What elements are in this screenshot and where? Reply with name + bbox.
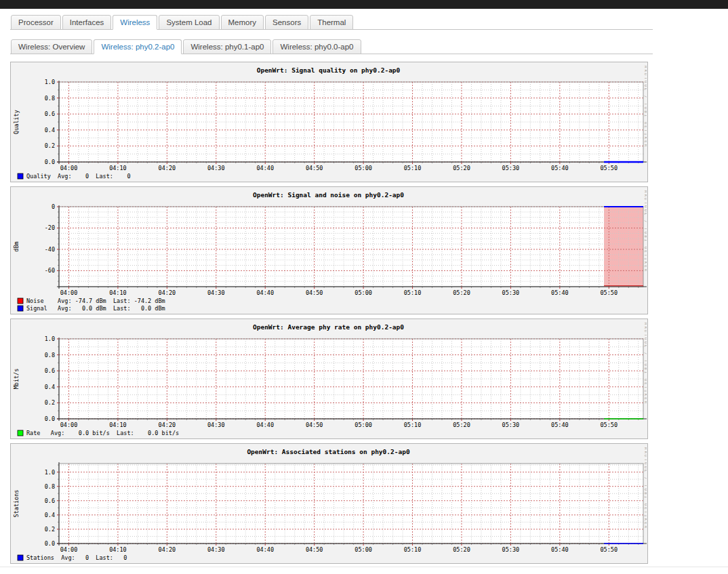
x-tick-label: 05:20 <box>453 289 470 296</box>
y-tick-label: 1.0 <box>45 469 55 476</box>
tab-thermal[interactable]: Thermal <box>310 15 353 30</box>
x-tick-label: 05:40 <box>551 546 569 553</box>
graph-panel-4: 04:0004:1004:2004:3004:4004:5005:0005:10… <box>10 443 648 564</box>
subtab-wireless-phy0-0-ap0[interactable]: Wireless: phy0.0-ap0 <box>272 39 361 54</box>
x-tick-label: 05:40 <box>551 289 569 296</box>
y-tick-label: 0.4 <box>45 384 55 390</box>
tab-system-load[interactable]: System Load <box>159 15 219 30</box>
x-tick-label: 05:10 <box>404 165 422 171</box>
legend-swatch <box>18 306 23 311</box>
legend-text: Signal Avg: 0.0 dBm Last: 0.0 dBm <box>26 305 165 312</box>
x-tick-label: 04:00 <box>60 546 78 553</box>
x-tick-label: 05:10 <box>404 546 422 553</box>
y-tick-label: 0.0 <box>45 159 55 165</box>
y-axis-label: Stations <box>13 490 20 518</box>
x-tick-label: 05:50 <box>600 165 618 171</box>
x-tick-label: 04:50 <box>306 165 323 171</box>
y-tick-label: 0.0 <box>45 415 55 422</box>
x-tick-label: 04:00 <box>60 165 78 171</box>
rrdtool-watermark: RRDTOOL / TOBI OETIKER <box>644 66 647 148</box>
tab-memory[interactable]: Memory <box>221 15 264 30</box>
x-tick-label: 05:50 <box>600 546 618 553</box>
x-tick-label: 05:20 <box>453 546 470 553</box>
footer-divider <box>0 567 728 574</box>
graph-panel-1: 04:0004:1004:2004:3004:4004:5005:0005:10… <box>10 62 648 182</box>
y-tick-label: 0.6 <box>45 110 55 117</box>
graphs-container: 04:0004:1004:2004:3004:4004:5005:0005:10… <box>10 62 653 564</box>
x-tick-label: 05:00 <box>355 422 372 428</box>
graph-panel-2: 04:0004:1004:2004:3004:4004:5005:0005:10… <box>10 186 648 314</box>
x-tick-label: 05:50 <box>600 422 618 428</box>
y-tick-label: -60 <box>45 267 55 274</box>
legend-swatch <box>18 555 23 560</box>
rrdtool-watermark: RRDTOOL / TOBI OETIKER <box>644 323 647 405</box>
rrd-graph-image-3: 04:0004:1004:2004:3004:4004:5005:0005:10… <box>12 320 647 438</box>
rrdtool-watermark: RRDTOOL / TOBI OETIKER <box>644 447 647 529</box>
y-tick-label: 0.0 <box>45 540 55 547</box>
tab-processor[interactable]: Processor <box>11 15 61 30</box>
x-tick-label: 05:00 <box>355 289 372 296</box>
y-axis-label: dBm <box>13 241 20 251</box>
rrd-graph-image-2: 04:0004:1004:2004:3004:4004:5005:0005:10… <box>12 188 647 313</box>
x-tick-label: 04:30 <box>207 422 225 428</box>
main-content: ProcessorInterfacesWirelessSystem LoadMe… <box>0 9 653 564</box>
subtab-wireless-phy0-2-ap0[interactable]: Wireless: phy0.2-ap0 <box>94 39 182 54</box>
x-tick-label: 04:50 <box>306 289 323 296</box>
x-tick-label: 05:40 <box>551 422 569 428</box>
x-tick-label: 05:50 <box>600 289 618 296</box>
rrd-graph-image-4: 04:0004:1004:2004:3004:4004:5005:0005:10… <box>12 445 647 562</box>
y-tick-label: -40 <box>45 246 55 253</box>
x-tick-label: 04:50 <box>306 546 323 553</box>
sub-tab-bar: Wireless: OverviewWireless: phy0.2-ap0Wi… <box>10 39 653 54</box>
subtab-wireless-overview[interactable]: Wireless: Overview <box>11 39 92 54</box>
tab-wireless[interactable]: Wireless <box>113 15 157 30</box>
x-tick-label: 05:00 <box>355 546 372 553</box>
x-tick-label: 04:50 <box>306 422 323 428</box>
graph-panel-3: 04:0004:1004:2004:3004:4004:5005:0005:10… <box>10 319 648 439</box>
x-tick-label: 04:10 <box>109 289 127 296</box>
x-tick-label: 05:00 <box>355 165 372 171</box>
x-tick-label: 04:10 <box>109 165 127 171</box>
y-tick-label: -20 <box>45 224 55 231</box>
x-tick-label: 05:20 <box>453 165 470 171</box>
x-tick-label: 05:30 <box>502 422 520 428</box>
y-axis-label: Quality <box>13 110 20 134</box>
x-tick-label: 05:10 <box>404 422 422 428</box>
y-tick-label: 0.2 <box>45 399 55 406</box>
y-tick-label: 0 <box>52 203 55 210</box>
y-tick-label: 0.4 <box>45 512 55 518</box>
tab-sensors[interactable]: Sensors <box>265 15 308 30</box>
x-tick-label: 05:40 <box>551 165 569 171</box>
x-tick-label: 04:10 <box>109 546 127 553</box>
x-tick-label: 04:40 <box>256 422 274 428</box>
y-tick-label: 0.8 <box>45 95 55 102</box>
tab-interfaces[interactable]: Interfaces <box>62 15 112 30</box>
y-tick-label: 0.8 <box>45 483 55 490</box>
legend-text: Quality Avg: 0 Last: 0 <box>26 173 131 180</box>
y-tick-label: 0.2 <box>45 142 55 149</box>
y-tick-label: 0.8 <box>45 352 55 358</box>
x-tick-label: 04:00 <box>60 422 78 428</box>
graph-title: OpenWrt: Signal and noise on phy0.2-ap0 <box>253 191 404 199</box>
x-tick-label: 05:30 <box>502 165 520 171</box>
y-tick-label: 0.6 <box>45 367 55 374</box>
x-tick-label: 05:10 <box>404 289 422 296</box>
x-tick-label: 04:20 <box>159 546 176 553</box>
x-tick-label: 05:30 <box>502 546 520 553</box>
x-tick-label: 04:20 <box>159 289 176 296</box>
x-tick-label: 05:20 <box>453 422 470 428</box>
x-tick-label: 04:30 <box>207 289 225 296</box>
x-tick-label: 04:40 <box>256 289 274 296</box>
graph-title: OpenWrt: Associated stations on phy0.2-a… <box>247 448 409 455</box>
legend-swatch <box>18 173 23 179</box>
x-tick-label: 04:40 <box>256 165 274 171</box>
x-tick-label: 04:20 <box>159 422 176 428</box>
subtab-wireless-phy0-1-ap0[interactable]: Wireless: phy0.1-ap0 <box>183 39 271 54</box>
y-tick-label: 1.0 <box>45 335 55 342</box>
x-tick-label: 04:30 <box>207 165 225 171</box>
y-axis-label: Mbit/s <box>13 369 20 390</box>
main-tab-bar: ProcessorInterfacesWirelessSystem LoadMe… <box>10 15 653 30</box>
x-tick-label: 04:20 <box>159 165 176 171</box>
legend-text: Stations Avg: 0 Last: 0 <box>26 554 127 561</box>
x-tick-label: 04:30 <box>207 546 225 553</box>
